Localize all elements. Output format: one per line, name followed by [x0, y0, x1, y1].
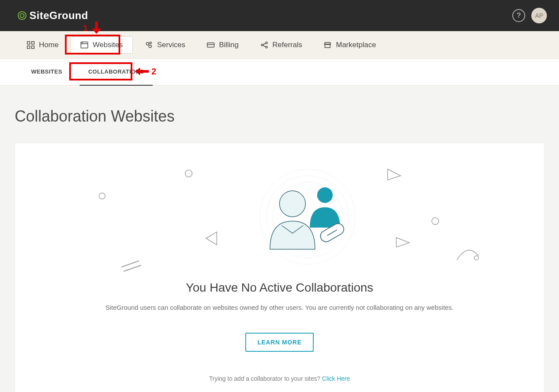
- brand-swirl-icon: [17, 11, 27, 20]
- nav-label: Home: [39, 41, 58, 49]
- card-icon: [207, 41, 215, 49]
- store-icon: [324, 41, 331, 49]
- svg-line-19: [263, 45, 266, 47]
- svg-point-9: [82, 42, 83, 43]
- svg-point-10: [146, 42, 149, 45]
- nav-item-home[interactable]: Home: [17, 36, 68, 54]
- nav-item-services[interactable]: Services: [135, 36, 195, 54]
- svg-point-12: [150, 42, 151, 44]
- empty-state-description: SiteGround users can collaborate on webs…: [32, 302, 527, 313]
- learn-more-button[interactable]: LEARN MORE: [245, 333, 314, 352]
- nav-label: Marketplace: [336, 41, 376, 49]
- svg-point-30: [474, 256, 479, 260]
- nav-label: Websites: [93, 41, 123, 49]
- svg-point-16: [266, 42, 267, 44]
- svg-point-34: [317, 187, 333, 203]
- browser-icon: [80, 41, 88, 49]
- question-icon: ?: [517, 11, 521, 20]
- subtab-label: WEBSITES: [31, 68, 62, 75]
- svg-point-35: [280, 191, 305, 217]
- svg-rect-3: [27, 42, 30, 44]
- svg-line-18: [263, 43, 266, 45]
- empty-state-hint: Trying to add a collaborator to your sit…: [32, 375, 527, 382]
- page-title: Collaboration Websites: [15, 107, 544, 125]
- avatar[interactable]: AP: [531, 8, 547, 23]
- hint-link[interactable]: Click Here: [322, 375, 350, 382]
- nav-label: Services: [157, 41, 185, 49]
- subtab-label: COLLABORATIONS: [88, 68, 144, 75]
- topbar: SiteGround ? AP: [0, 0, 559, 31]
- svg-rect-6: [32, 46, 34, 48]
- nav-label: Billing: [219, 41, 238, 49]
- services-icon: [145, 41, 153, 49]
- content: Collaboration Websites: [0, 86, 559, 392]
- collaboration-card: You Have No Active Collaborations SiteGr…: [15, 143, 544, 392]
- topbar-actions: ? AP: [512, 8, 547, 23]
- brand[interactable]: SiteGround: [17, 10, 88, 22]
- svg-point-31: [260, 169, 355, 264]
- svg-point-15: [261, 44, 263, 46]
- svg-rect-4: [32, 42, 34, 44]
- share-icon: [260, 41, 268, 49]
- svg-point-27: [432, 218, 439, 225]
- nav-item-billing[interactable]: Billing: [197, 36, 248, 54]
- svg-rect-13: [207, 43, 214, 47]
- hint-prefix: Trying to add a collaborator to your sit…: [209, 375, 322, 382]
- nav-item-websites[interactable]: Websites: [71, 36, 133, 54]
- svg-point-17: [266, 46, 267, 48]
- avatar-initials: AP: [535, 12, 543, 19]
- main-nav: Home Websites Services Billing Referrals…: [0, 31, 559, 59]
- svg-point-26: [185, 170, 192, 177]
- nav-item-referrals[interactable]: Referrals: [251, 36, 312, 54]
- svg-rect-5: [27, 46, 30, 48]
- sub-tabs: WEBSITES COLLABORATIONS 2: [0, 59, 559, 86]
- subtab-websites[interactable]: WEBSITES: [22, 59, 71, 86]
- svg-point-11: [149, 45, 151, 48]
- svg-point-25: [99, 193, 105, 199]
- empty-state-illustration: [32, 161, 527, 273]
- nav-item-marketplace[interactable]: Marketplace: [314, 36, 386, 54]
- grid-icon: [27, 41, 35, 49]
- subtab-collaborations[interactable]: COLLABORATIONS: [80, 59, 153, 86]
- empty-state-heading: You Have No Active Collaborations: [32, 281, 527, 295]
- help-button[interactable]: ?: [512, 9, 525, 22]
- svg-line-29: [124, 265, 141, 271]
- brand-text: SiteGround: [29, 10, 88, 22]
- nav-label: Referrals: [273, 41, 302, 49]
- svg-point-2: [21, 15, 23, 16]
- svg-line-28: [122, 261, 139, 267]
